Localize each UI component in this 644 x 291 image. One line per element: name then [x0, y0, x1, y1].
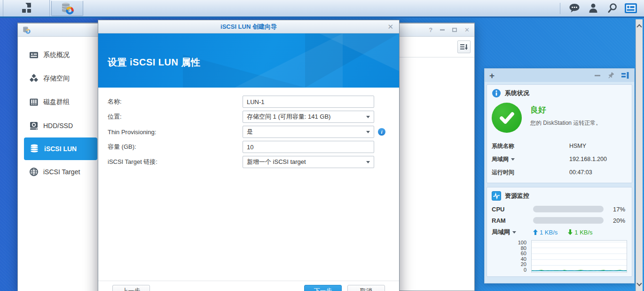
banner-facet [183, 55, 305, 88]
health-check-icon [492, 103, 522, 133]
form-row-target-mapping: iSCSI Target 链接: 新增一个 iSCSI target [108, 156, 390, 168]
sidebar-item-label: HDD/SSD [43, 122, 73, 129]
dock-panel-icon[interactable] [621, 72, 629, 79]
sidebar-item-hdd-ssd[interactable]: HDD/SSD [24, 114, 97, 137]
uptime-row: 运行时间 00:47:03 [492, 166, 627, 179]
uptime-label: 运行时间 [492, 169, 569, 177]
target-mapping-label: iSCSI Target 链接: [108, 158, 243, 166]
system-health-title: 系统状况 [505, 89, 529, 97]
dialog-title: iSCSI LUN 创建向导 [220, 23, 277, 31]
globe-icon [29, 167, 39, 177]
system-info-rows: 系统名称 HSMY 局域网 192.168.1.200 运行时间 00:47:0… [492, 139, 627, 179]
resource-monitor-title: 资源监控 [505, 192, 529, 200]
taskbar-right-tray [560, 0, 644, 16]
taskbar-divider [560, 3, 560, 14]
upload-rate: 1 KB/s [540, 229, 558, 236]
sort-icon [460, 44, 468, 50]
ram-percent: 20% [604, 217, 627, 224]
system-health-widget: 系统状况 良好 您的 DiskStation 运转正常。 系统名称 HSMY [487, 84, 632, 183]
sidebar-item-iscsi-lun[interactable]: iSCSI LUN [24, 137, 97, 160]
cpu-label: CPU [492, 206, 533, 213]
sidebar-item-system-overview[interactable]: 系统概况 [24, 43, 97, 67]
window-minimize-button[interactable] [440, 29, 445, 31]
sidebar-item-disk-group[interactable]: 磁盘群组 [24, 90, 97, 114]
desktop-scrollbar[interactable] [636, 19, 643, 291]
sidebar-item-iscsi-target[interactable]: iSCSI Target [24, 160, 97, 184]
system-name-value: HSMY [569, 143, 586, 149]
sidebar-item-label: iSCSI Target [43, 168, 80, 176]
dialog-close-button[interactable]: ✕ [387, 23, 393, 31]
resource-monitor-icon [492, 191, 501, 201]
back-button[interactable]: 上一步 [112, 285, 150, 291]
lan-row: 局域网 192.168.1.200 [492, 153, 627, 166]
health-status-row: 良好 您的 DiskStation 运转正常。 [492, 103, 627, 133]
form-row-capacity: 容量 (GB): [108, 141, 390, 153]
upload-arrow-icon [533, 229, 538, 235]
maximize-icon [452, 28, 457, 32]
location-select[interactable]: 存储空间 1 (可用容量: 141 GB) [243, 111, 374, 123]
add-widget-button[interactable]: + [489, 71, 495, 80]
capacity-input[interactable] [243, 141, 374, 153]
form-row-thin-provisioning: Thin Provisioning: 是 i [108, 126, 390, 138]
y-tick: 20 [492, 262, 526, 267]
main-menu-button[interactable] [3, 0, 50, 16]
location-select-value: 存储空间 1 (可用容量: 141 GB) [247, 113, 330, 121]
ram-label: RAM [492, 217, 533, 224]
widgets-panel-icon [624, 3, 637, 14]
download-rate: 1 KB/s [574, 229, 592, 236]
scroll-up-icon[interactable] [636, 24, 642, 29]
scroll-down-icon[interactable] [636, 281, 642, 286]
system-name-label: 系统名称 [492, 142, 569, 150]
sort-button[interactable] [457, 40, 471, 53]
resource-monitor-widget: 资源监控 CPU 17% RAM 20% 局域网 [487, 187, 632, 277]
next-button[interactable]: 下一步 [304, 285, 342, 291]
chevron-down-icon[interactable] [511, 158, 515, 161]
window-help-button[interactable]: ? [429, 27, 432, 33]
info-circle-icon [492, 89, 501, 98]
user-menu-button[interactable] [585, 1, 602, 16]
sidebar-item-label: iSCSI LUN [44, 145, 77, 153]
uptime-value: 00:47:03 [569, 169, 592, 176]
target-mapping-select[interactable]: 新增一个 iSCSI target [243, 156, 374, 168]
resource-monitor-header: 资源监控 [492, 190, 627, 202]
search-button[interactable] [604, 1, 620, 16]
overview-card-icon [29, 50, 39, 60]
dialog-form: 名称: 位置: 存储空间 1 (可用容量: 141 GB) Thin Provi… [108, 96, 390, 171]
window-controls: ? ✕ [429, 27, 470, 33]
chevron-down-icon[interactable] [512, 231, 516, 234]
sidebar-item-storage-space[interactable]: 存储空间 [24, 67, 97, 90]
lan-traffic-label: 局域网 [492, 228, 510, 236]
lan-label: 局域网 [492, 155, 509, 163]
y-tick: 60 [492, 251, 526, 256]
download-arrow-icon [568, 229, 573, 235]
ram-bar-track [533, 217, 604, 224]
search-icon [607, 3, 618, 14]
window-maximize-button[interactable] [452, 28, 457, 32]
panel-minimize-button[interactable] [595, 75, 600, 76]
cancel-button[interactable]: 取消 [347, 285, 385, 291]
thin-provisioning-label: Thin Provisioning: [108, 129, 243, 136]
chevron-down-icon [366, 131, 370, 133]
pin-icon[interactable] [607, 72, 615, 80]
dialog-footer: 上一步 下一步 取消 [98, 281, 399, 291]
form-row-name: 名称: [108, 96, 390, 108]
window-close-button[interactable]: ✕ [464, 27, 470, 33]
info-icon[interactable]: i [378, 128, 385, 136]
chat-icon [569, 3, 580, 14]
lun-stack-icon [29, 144, 39, 154]
cpu-bar-track [533, 206, 604, 212]
cpu-row: CPU 17% [492, 203, 627, 215]
thin-provisioning-select[interactable]: 是 [243, 126, 374, 138]
ram-row: RAM 20% [492, 215, 627, 226]
storage-manager-taskbar-button[interactable] [51, 0, 83, 16]
y-tick: 0 [492, 267, 526, 273]
dialog-titlebar[interactable]: iSCSI LUN 创建向导 ✕ [98, 20, 399, 33]
system-health-header: 系统状况 [492, 88, 627, 99]
widgets-toggle-button[interactable] [622, 1, 639, 16]
cpu-percent: 17% [604, 206, 627, 213]
sidebar: 系统概况 存储空间 [18, 37, 98, 291]
notifications-button[interactable] [566, 1, 583, 16]
chart-y-axis: 100 80 60 40 20 0 [492, 240, 531, 273]
desktop: ? ✕ 系统概况 [0, 0, 644, 291]
lun-name-input[interactable] [243, 96, 374, 108]
